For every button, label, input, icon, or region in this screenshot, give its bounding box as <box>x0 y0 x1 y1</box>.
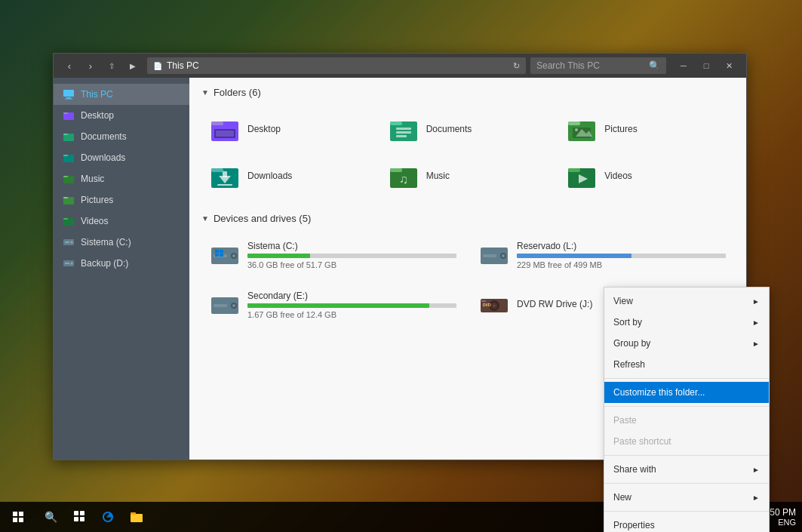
svg-point-56 <box>502 254 505 257</box>
ctx-share-with[interactable]: Share with ► <box>604 459 769 480</box>
computer-icon <box>63 88 75 100</box>
search-bar[interactable]: Search This PC 🔍 <box>530 57 666 74</box>
drive-item-sistema-c[interactable]: Sistema (C:) 36.0 GB free of 51.7 GB <box>201 233 465 277</box>
svg-rect-0 <box>63 90 74 97</box>
music-folder-icon-main: ♫ <box>389 161 419 191</box>
drives-section-header[interactable]: ▼ Devices and drives (5) <box>201 213 734 224</box>
start-button[interactable] <box>0 502 36 532</box>
svg-rect-1 <box>66 97 71 99</box>
edge-button[interactable] <box>94 502 122 532</box>
ctx-paste[interactable]: Paste <box>604 410 769 431</box>
sidebar-item-sistema-c[interactable]: Sistema (C:) <box>54 232 189 253</box>
maximize-button[interactable]: □ <box>695 57 717 75</box>
close-button[interactable]: ✕ <box>717 57 740 75</box>
music-folder-icon <box>63 173 75 185</box>
ctx-sort-by[interactable]: Sort by ► <box>604 312 769 333</box>
minimize-button[interactable]: ─ <box>672 57 695 75</box>
up-button[interactable]: ⇧ <box>102 56 121 75</box>
task-view-button[interactable] <box>65 502 94 532</box>
folder-name-documents: Documents <box>426 124 472 134</box>
sidebar-label-backup-d: Backup (D:) <box>81 258 128 269</box>
sidebar-item-desktop[interactable]: Desktop <box>54 105 189 126</box>
drive-item-secondary-e[interactable]: Secondary (E:) 1.67 GB free of 12.4 GB <box>201 283 465 327</box>
folder-name-videos: Videos <box>604 171 631 181</box>
svg-rect-71 <box>80 517 85 521</box>
folder-item-pictures[interactable]: Pictures <box>558 107 734 151</box>
sidebar-item-backup-d[interactable]: Backup (D:) <box>54 253 189 274</box>
sidebar-item-downloads[interactable]: Downloads <box>54 147 189 168</box>
sidebar-label-this-pc: This PC <box>81 89 113 100</box>
sidebar-item-pictures[interactable]: Pictures <box>54 189 189 211</box>
drive-item-reservado-l[interactable]: Reservado (L:) 229 MB free of 499 MB <box>471 233 734 277</box>
svg-rect-10 <box>63 176 68 177</box>
ctx-separator-5 <box>604 511 769 512</box>
sidebar-label-music: Music <box>81 174 104 184</box>
ctx-separator-3 <box>604 455 769 456</box>
svg-rect-57 <box>483 254 496 257</box>
svg-text:♫: ♫ <box>399 173 408 186</box>
pictures-folder-icon <box>63 194 75 206</box>
ctx-separator-2 <box>604 406 769 407</box>
sidebar-item-music[interactable]: Music <box>54 168 189 189</box>
svg-rect-68 <box>74 511 78 515</box>
svg-rect-51 <box>220 250 223 253</box>
svg-rect-14 <box>63 218 68 220</box>
folders-section-header[interactable]: ▼ Folders (6) <box>201 87 734 98</box>
ctx-view[interactable]: View ► <box>604 291 769 312</box>
ctx-arrow-new: ► <box>752 494 760 502</box>
nav-controls: ‹ › ⇧ ▶ <box>60 56 143 75</box>
file-explorer-button[interactable] <box>122 502 151 532</box>
desktop-folder-icon-main <box>210 114 240 144</box>
folder-item-desktop[interactable]: Desktop <box>201 107 377 151</box>
svg-point-60 <box>232 304 235 307</box>
svg-rect-20 <box>65 263 69 264</box>
drive-name-reservado-l: Reservado (L:) <box>517 241 726 251</box>
svg-rect-44 <box>568 168 580 172</box>
drive-info-reservado-l: Reservado (L:) 229 MB free of 499 MB <box>517 241 726 269</box>
taskbar-search-button[interactable]: 🔍 <box>36 502 65 532</box>
svg-rect-31 <box>568 121 580 125</box>
address-bar[interactable]: 📄 This PC ↻ <box>147 57 526 74</box>
sidebar-item-videos[interactable]: Videos <box>54 211 189 232</box>
drive-bar-container-secondary-e <box>247 303 456 308</box>
folder-name-pictures: Pictures <box>604 124 637 134</box>
back-button[interactable]: ‹ <box>60 56 79 75</box>
ctx-customize[interactable]: Customize this folder... <box>604 382 769 403</box>
downloads-folder-icon-main <box>210 161 240 191</box>
ctx-group-by[interactable]: Group by ► <box>604 333 769 354</box>
folder-item-music[interactable]: ♫ Music <box>380 154 556 198</box>
folder-item-documents[interactable]: Documents <box>380 107 556 151</box>
sidebar-item-documents[interactable]: Documents <box>54 126 189 147</box>
search-placeholder: Search This PC <box>536 60 600 71</box>
folders-section-label: Folders (6) <box>214 87 261 98</box>
drive-bar-secondary-e <box>247 303 429 308</box>
folder-item-videos[interactable]: Videos <box>558 154 734 198</box>
ctx-separator-4 <box>604 483 769 484</box>
forward-button[interactable]: › <box>81 56 100 75</box>
sidebar-item-this-pc[interactable]: This PC <box>54 84 189 105</box>
recent-button[interactable]: ▶ <box>123 56 143 75</box>
ctx-new[interactable]: New ► <box>604 487 769 508</box>
svg-rect-39 <box>217 184 232 186</box>
svg-rect-52 <box>215 254 219 257</box>
drives-chevron: ▼ <box>201 214 209 223</box>
ctx-paste-shortcut[interactable]: Paste shortcut <box>604 431 769 452</box>
ctx-refresh[interactable]: Refresh <box>604 354 769 375</box>
drive-icon-secondary-e <box>210 290 240 320</box>
ctx-arrow-share: ► <box>752 466 760 474</box>
svg-rect-36 <box>211 168 223 172</box>
svg-rect-69 <box>80 511 85 515</box>
refresh-button[interactable]: ↻ <box>513 61 520 71</box>
folder-item-downloads[interactable]: Downloads <box>201 154 377 198</box>
documents-folder-icon <box>63 131 75 143</box>
sidebar: This PC Desktop Documents Downloads <box>54 78 189 460</box>
svg-text:DVD: DVD <box>483 303 491 307</box>
ctx-properties[interactable]: Properties <box>604 515 769 532</box>
search-icon-taskbar: 🔍 <box>45 511 57 523</box>
videos-folder-icon <box>63 215 75 227</box>
drive-d-icon <box>63 257 75 269</box>
task-view-icon <box>74 511 85 524</box>
svg-rect-24 <box>216 131 234 137</box>
svg-rect-41 <box>390 168 402 172</box>
svg-rect-12 <box>63 197 68 198</box>
